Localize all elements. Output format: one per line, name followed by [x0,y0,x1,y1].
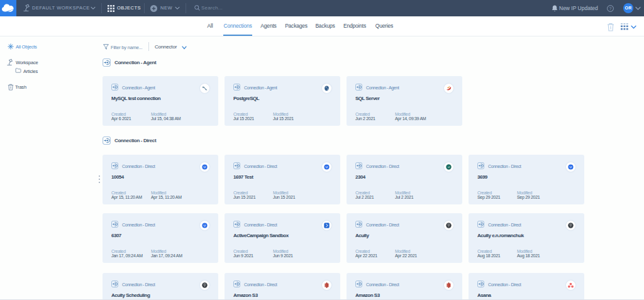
svg-text:sf: sf [448,166,450,169]
svg-text:?: ? [609,6,612,11]
